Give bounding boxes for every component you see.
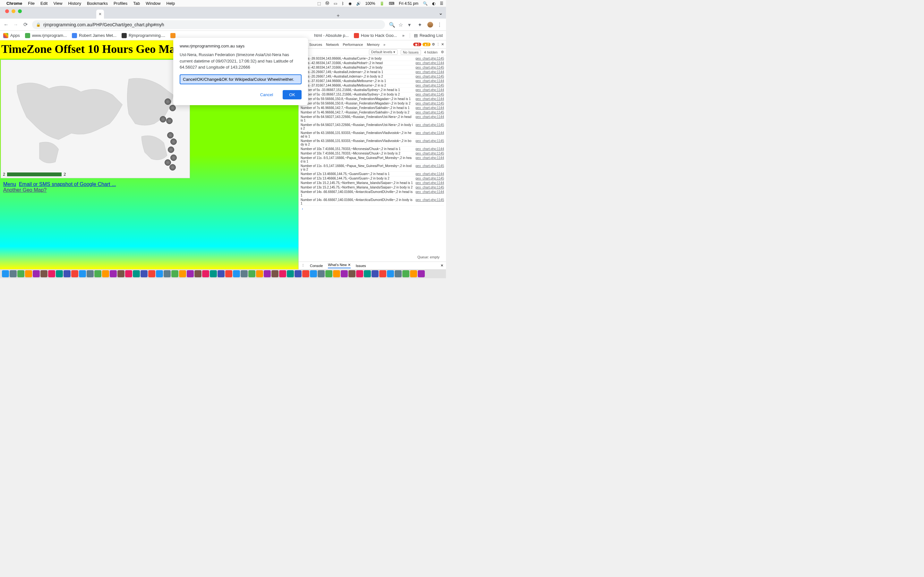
browser-tab[interactable] [237, 10, 242, 19]
map-marker[interactable] [165, 98, 171, 105]
menu-profiles[interactable]: Profiles [113, 1, 128, 6]
browser-tab[interactable] [207, 10, 212, 19]
devtools-tab[interactable]: Network [326, 43, 339, 47]
console-source-link[interactable]: geo_chart.php:1144 [415, 181, 444, 185]
browser-tab[interactable] [299, 10, 304, 19]
console-source-link[interactable]: geo_chart.php:1145 [415, 177, 444, 180]
bookmarks-overflow[interactable]: » [402, 33, 404, 38]
forward-button[interactable]: → [13, 22, 19, 27]
dock-app-icon[interactable] [241, 270, 248, 277]
dock-app-icon[interactable] [164, 270, 171, 277]
devtools-tab[interactable]: Performance [342, 43, 363, 47]
map-marker[interactable] [167, 132, 174, 139]
browser-tab[interactable] [114, 10, 120, 19]
error-count-badge[interactable]: ◉1 [413, 43, 421, 46]
browser-tab[interactable] [273, 10, 278, 19]
devtools-tab-overflow[interactable]: » [383, 43, 385, 47]
browser-tab[interactable] [242, 10, 248, 19]
browser-tab[interactable] [258, 10, 263, 19]
console-source-link[interactable]: geo_chart.php:1145 [415, 198, 444, 205]
browser-tab[interactable] [263, 10, 268, 19]
browser-tab[interactable] [91, 10, 96, 19]
wifi-icon[interactable]: ◉ [349, 1, 352, 6]
dock-app-icon[interactable] [325, 270, 333, 277]
browser-tab[interactable] [330, 10, 335, 19]
dock-app-icon[interactable] [141, 270, 148, 277]
console-source-link[interactable]: geo_chart.php:1145 [415, 75, 444, 78]
dock-app-icon[interactable] [171, 270, 178, 277]
app-menu[interactable]: Chrome [6, 1, 22, 6]
browser-tab[interactable] [29, 10, 35, 19]
devtools-settings-icon[interactable]: ⚙ [432, 42, 435, 47]
browser-tab[interactable] [268, 10, 273, 19]
console-source-link[interactable]: geo_chart.php:1144 [415, 190, 444, 197]
dock-app-icon[interactable] [225, 270, 232, 277]
console-source-link[interactable]: geo_chart.php:1144 [415, 115, 444, 122]
reading-list-button[interactable]: ▤Reading List [410, 33, 443, 38]
console-source-link[interactable]: geo_chart.php:1144 [415, 147, 444, 151]
browser-tab[interactable] [60, 10, 65, 19]
menu-tab[interactable]: Tab [133, 1, 140, 6]
dock-app-icon[interactable] [48, 270, 55, 277]
browser-tab[interactable] [50, 10, 55, 19]
menu-window[interactable]: Window [145, 1, 160, 6]
another-geo-map-link[interactable]: Another Geo Map? [3, 187, 47, 193]
dock-app-icon[interactable] [133, 270, 140, 277]
browser-tab[interactable] [129, 10, 135, 19]
dock-app-icon[interactable] [271, 270, 278, 277]
dock-app-icon[interactable] [287, 270, 294, 277]
dock-app-icon[interactable] [372, 270, 379, 277]
menu-file[interactable]: File [28, 1, 35, 6]
dock-app-icon[interactable] [310, 270, 317, 277]
status-icon[interactable]: Ⓜ [325, 1, 329, 6]
url-field[interactable]: 🔒 rjmprogramming.com.au/PHP/GeoChart/geo… [32, 20, 385, 29]
browser-tab[interactable] [202, 10, 207, 19]
drawer-menu-icon[interactable]: ⋮ [301, 263, 305, 268]
dock-app-icon[interactable] [279, 270, 286, 277]
browser-tab[interactable] [284, 10, 289, 19]
bookmark-item[interactable]: www.rjmprogram... [25, 33, 67, 38]
dock-app-icon[interactable] [79, 270, 86, 277]
console-source-link[interactable]: geo_chart.php:1144 [415, 172, 444, 176]
issues-button[interactable]: No Issues [401, 50, 421, 55]
browser-tab[interactable] [196, 10, 202, 19]
input-icon[interactable]: ⌨ [389, 1, 394, 6]
browser-tab[interactable] [86, 10, 91, 19]
dock-app-icon[interactable] [187, 270, 194, 277]
browser-tab[interactable] [40, 10, 45, 19]
dock-app-icon[interactable] [110, 270, 117, 277]
drawer-tab-whatsnew[interactable]: What's New ✕ [328, 263, 351, 268]
dock-app-icon[interactable] [349, 270, 355, 277]
browser-tab[interactable] [81, 10, 86, 19]
dock-app-icon[interactable] [356, 270, 363, 277]
browser-tab[interactable] [314, 10, 320, 19]
dock-app-icon[interactable] [395, 270, 402, 277]
dock-app-icon[interactable] [418, 270, 425, 277]
screen-icon[interactable]: ▭ [334, 1, 337, 6]
console-source-link[interactable]: geo_chart.php:1145 [415, 84, 444, 87]
browser-tab[interactable] [176, 10, 181, 19]
browser-tab[interactable] [65, 10, 71, 19]
map-marker[interactable] [166, 118, 173, 124]
browser-tab[interactable] [309, 10, 314, 19]
console-source-link[interactable]: geo_chart.php:1144 [415, 106, 444, 110]
new-tab-button[interactable]: + [335, 13, 341, 19]
console-source-link[interactable]: geo_chart.php:1144 [415, 131, 444, 138]
dock-app-icon[interactable] [410, 270, 417, 277]
map-marker[interactable] [168, 147, 174, 153]
browser-tab[interactable] [227, 10, 232, 19]
dock-app-icon[interactable] [2, 270, 9, 277]
browser-tab[interactable] [150, 10, 155, 19]
extension-icon[interactable]: ▾ [408, 22, 414, 27]
drawer-close-icon[interactable]: ✕ [441, 263, 443, 268]
console-source-link[interactable]: geo_chart.php:1145 [415, 102, 444, 105]
dock-app-icon[interactable] [102, 270, 109, 277]
browser-tab[interactable] [160, 10, 166, 19]
console-source-link[interactable]: geo_chart.php:1144 [415, 79, 444, 83]
dock-app-icon[interactable] [33, 270, 40, 277]
browser-tab[interactable] [104, 10, 109, 19]
dock-app-icon[interactable] [194, 270, 202, 277]
dock-app-icon[interactable] [387, 270, 394, 277]
menu-help[interactable]: Help [166, 1, 175, 6]
profile-avatar[interactable] [427, 22, 433, 27]
